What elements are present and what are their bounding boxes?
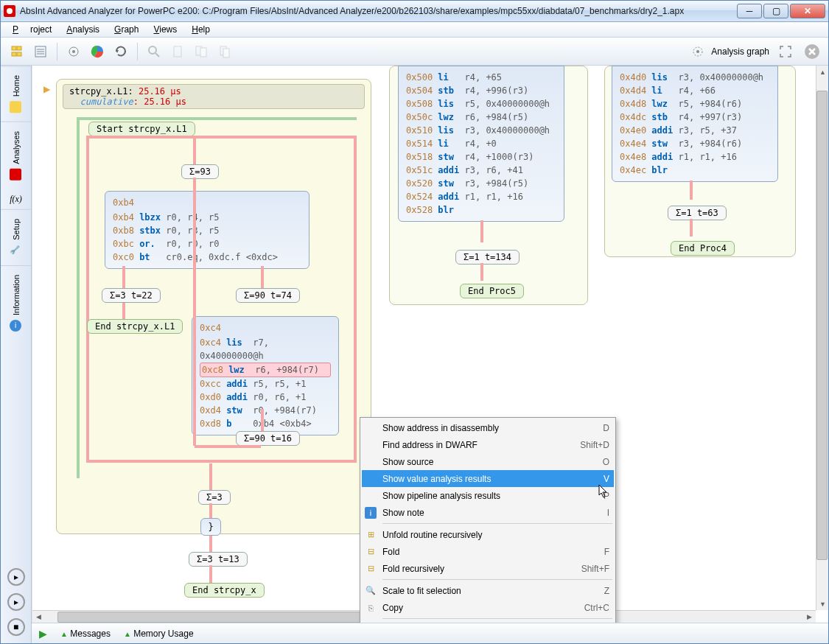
- context-menu-item[interactable]: ⎘CopyCtrl+C: [362, 599, 614, 616]
- edge: [209, 536, 212, 553]
- edge: [77, 117, 80, 478]
- edge: [193, 136, 196, 166]
- edge: [690, 181, 693, 200]
- stop-button[interactable]: ■: [7, 618, 25, 636]
- tool-new-icon[interactable]: [7, 41, 27, 62]
- brace-node[interactable]: }: [200, 518, 221, 536]
- minimize-button[interactable]: ─: [737, 4, 762, 18]
- context-menu-item[interactable]: Show sourceO: [362, 453, 614, 470]
- end-node[interactable]: End strcpy_x.L1: [87, 319, 183, 334]
- code-block-b4[interactable]: 0xb4 0xb4 lbzx r0, r4, r50xb8 stbx r0, r…: [105, 191, 309, 269]
- sigma-label: Σ=90 t=16: [236, 431, 300, 446]
- edge: [86, 136, 357, 139]
- edge: [195, 445, 261, 448]
- routine-header: strcpy_x.L1: 25.16 µs cumulative: 25.16 …: [63, 84, 365, 109]
- context-menu-item[interactable]: ⊟FoldF: [362, 543, 614, 560]
- tool-page3-icon[interactable]: [214, 41, 235, 62]
- sigma-label: Σ=93: [181, 164, 219, 179]
- edge: [209, 463, 212, 493]
- context-menu-separator: [382, 523, 612, 524]
- edge: [480, 263, 483, 281]
- svg-rect-15: [200, 48, 206, 57]
- svg-rect-0: [12, 46, 16, 50]
- edge: [122, 266, 125, 290]
- statusbar: ▶ ▲ Messages ▲ Memory Usage: [32, 623, 828, 643]
- end-node[interactable]: End Proc5: [460, 284, 524, 298]
- edge: [480, 220, 483, 242]
- window-controls: ─ ▢ ✕: [735, 4, 825, 18]
- main-panel: ▶ strcpy_x.L1: 25.16 µs cumulative: 25.1…: [32, 66, 828, 643]
- svg-point-19: [696, 50, 699, 53]
- sidebar-tab-home[interactable]: Home: [1, 66, 31, 122]
- maximize-button[interactable]: ▢: [763, 4, 788, 18]
- context-menu-item[interactable]: ⊞Unfold routine recursively: [362, 526, 614, 543]
- sigma-label: Σ=90 t=74: [236, 288, 300, 303]
- tool-zoom-icon[interactable]: [144, 41, 164, 62]
- edge: [86, 460, 355, 463]
- menu-help[interactable]: Help: [186, 23, 216, 36]
- edge: [209, 565, 212, 583]
- edge: [354, 136, 357, 463]
- sidebar-tab-analyses[interactable]: Analyses: [1, 122, 31, 189]
- sigma-label: Σ=3 t=13: [189, 552, 248, 567]
- vertical-scrollbar[interactable]: ▲ ▼: [816, 66, 828, 610]
- sidebar-tab-information[interactable]: iInformation: [1, 265, 31, 340]
- edge: [261, 266, 264, 290]
- context-menu-separator: [382, 579, 612, 580]
- svg-point-11: [149, 46, 156, 54]
- tool-refresh-icon[interactable]: [111, 41, 131, 62]
- status-messages[interactable]: ▲ Messages: [60, 629, 111, 639]
- context-menu-item[interactable]: ⊟Fold recursivelyShift+F: [362, 560, 614, 577]
- window-title: AbsInt Advanced Analyzer for PowerPC e20…: [20, 6, 735, 16]
- toolbar: Analysis graph: [1, 38, 828, 66]
- play-icon[interactable]: ▶: [39, 628, 47, 640]
- menu-graph[interactable]: Graph: [108, 23, 144, 36]
- sigma-label: Σ=3 t=22: [102, 288, 161, 303]
- code-block-c4[interactable]: 0xc4 0xc4 lis r7, 0x40000000@h0xc8 lwz r…: [192, 316, 339, 435]
- status-memory[interactable]: ▲ Memory Usage: [124, 629, 194, 639]
- menu-views[interactable]: Views: [147, 23, 183, 36]
- context-menu-item[interactable]: ➡Go to caller▸: [362, 621, 614, 623]
- code-block-proc4[interactable]: 0x4d0 lis r3, 0x40000000@h0x4d4 li r4, +…: [612, 66, 778, 182]
- context-menu-item[interactable]: 🔍Scale to fit selectionZ: [362, 582, 614, 599]
- play-button-1[interactable]: ▸: [7, 568, 25, 586]
- end-node[interactable]: End strcpy_x: [184, 583, 265, 598]
- analysis-graph-icon: [690, 44, 705, 59]
- tool-list-icon[interactable]: [30, 41, 51, 62]
- play-button-2[interactable]: ▸: [7, 593, 25, 611]
- tool-target-icon[interactable]: [63, 41, 84, 62]
- svg-rect-17: [223, 49, 229, 57]
- context-menu-separator: [382, 618, 612, 619]
- context-menu-item[interactable]: Show pipeline analysis resultsP: [362, 487, 614, 504]
- sigma-label: Σ=1 t=63: [668, 206, 727, 220]
- tool-page-icon[interactable]: [167, 41, 188, 62]
- sigma-label: Σ=1 t=134: [455, 250, 520, 265]
- context-menu: Show address in disassemblyDFind address…: [360, 417, 616, 623]
- context-menu-item[interactable]: iShow noteI: [362, 504, 614, 521]
- tool-page2-icon[interactable]: [191, 41, 211, 62]
- menu-project[interactable]: Project: [7, 23, 57, 36]
- sidebar-tab-setup[interactable]: 🔧Setup: [1, 209, 31, 265]
- context-menu-item[interactable]: Find address in DWARFShift+D: [362, 436, 614, 453]
- menubar: Project Analysis Graph Views Help: [1, 22, 828, 38]
- edge: [690, 219, 693, 237]
- routine-strcpy[interactable]: ▶ strcpy_x.L1: 25.16 µs cumulative: 25.1…: [56, 79, 371, 534]
- start-node[interactable]: Start strcpy_x.L1: [88, 122, 195, 136]
- svg-line-12: [155, 53, 159, 57]
- context-menu-item[interactable]: Show value analysis resultsV: [362, 470, 614, 487]
- context-menu-item[interactable]: Show address in disassemblyD: [362, 419, 614, 436]
- close-button[interactable]: ✕: [790, 4, 825, 18]
- end-node[interactable]: End Proc4: [671, 241, 735, 256]
- fx-icon[interactable]: f(x): [10, 189, 22, 209]
- titlebar: AbsInt Advanced Analyzer for PowerPC e20…: [1, 1, 828, 22]
- code-block-proc5[interactable]: 0x500 li r4, +650x504 stb r4, +996(r3)0x…: [398, 66, 564, 222]
- menu-analysis[interactable]: Analysis: [60, 23, 105, 36]
- tool-pie-icon[interactable]: [87, 41, 108, 62]
- tool-fullscreen-icon[interactable]: [775, 41, 796, 62]
- svg-rect-13: [174, 46, 181, 57]
- toolbar-separator: [57, 43, 57, 60]
- svg-rect-3: [17, 52, 21, 56]
- tool-close-panel-icon[interactable]: [802, 41, 822, 62]
- edge: [261, 409, 264, 433]
- svg-rect-2: [12, 52, 16, 56]
